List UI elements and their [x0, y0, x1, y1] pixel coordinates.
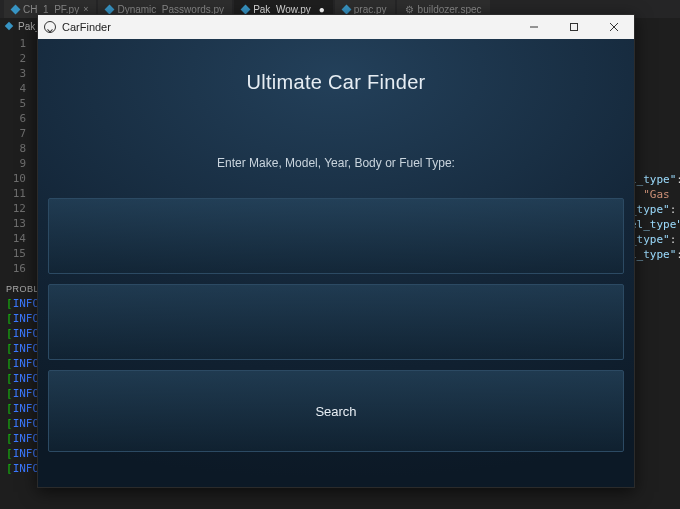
python-file-icon	[105, 4, 115, 14]
code-fragment: l_type":: "Gas_type": "Hel_type"_type": …	[630, 172, 680, 262]
window-close-button[interactable]	[594, 15, 634, 39]
python-file-icon	[241, 4, 251, 14]
carfinder-app: Ultimate Car Finder Enter Make, Model, Y…	[38, 39, 634, 487]
magnifier-icon	[44, 21, 56, 33]
window-minimize-button[interactable]	[514, 15, 554, 39]
python-file-icon	[11, 4, 21, 14]
app-title: Ultimate Car Finder	[48, 71, 624, 94]
search-input-2[interactable]	[48, 284, 624, 360]
gear-icon: ⚙	[405, 4, 414, 15]
search-button-label: Search	[315, 404, 356, 419]
window-titlebar[interactable]: CarFinder	[38, 15, 634, 39]
python-file-icon	[5, 22, 13, 30]
search-prompt-label: Enter Make, Model, Year, Body or Fuel Ty…	[48, 156, 624, 170]
carfinder-window: CarFinder Ultimate Car Finder Enter Make…	[37, 14, 635, 488]
svg-rect-1	[571, 24, 578, 31]
search-input-1[interactable]	[48, 198, 624, 274]
window-maximize-button[interactable]	[554, 15, 594, 39]
python-file-icon	[341, 4, 351, 14]
line-number-gutter: 12345678910111213141516	[0, 34, 34, 276]
window-title: CarFinder	[62, 21, 111, 33]
search-button[interactable]: Search	[48, 370, 624, 452]
close-icon[interactable]: ×	[83, 4, 88, 14]
